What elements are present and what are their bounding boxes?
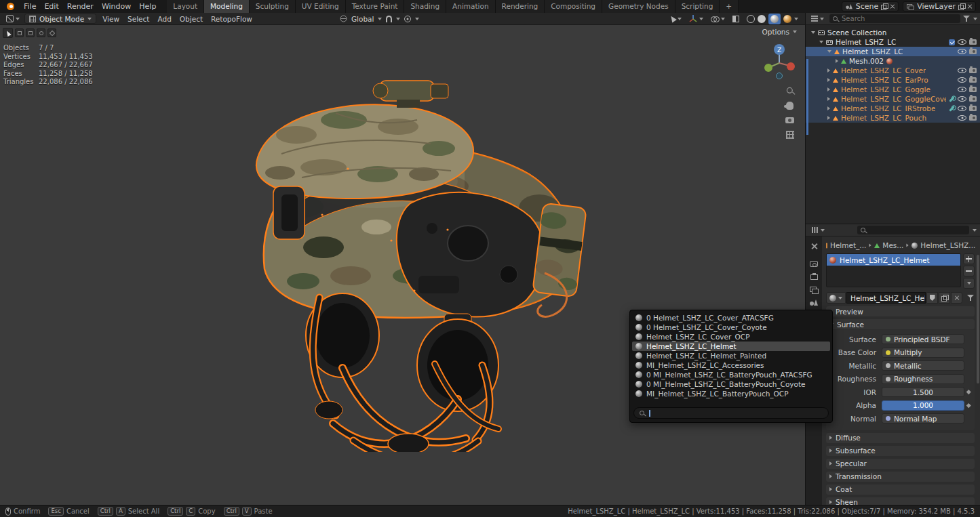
menu-item[interactable]: Render: [63, 1, 98, 12]
viewport-menu-item[interactable]: Select: [123, 14, 153, 24]
selectability-icon[interactable]: [669, 15, 677, 23]
camera-visibility-icon[interactable]: [969, 87, 977, 92]
workspace-tab[interactable]: Geometry Nodes: [602, 0, 675, 13]
eye-icon[interactable]: [958, 68, 966, 73]
fake-user-button[interactable]: [926, 292, 938, 304]
viewport-menu-item[interactable]: View: [98, 14, 123, 24]
workspace-tab[interactable]: Layout: [167, 0, 204, 13]
orientation-label[interactable]: Global: [351, 15, 374, 23]
tab-output[interactable]: [806, 270, 822, 283]
outliner-row-scene-collection[interactable]: Scene Collection: [806, 28, 980, 37]
shading-wireframe-icon[interactable]: [747, 15, 755, 23]
collection-checkbox[interactable]: [949, 39, 955, 45]
viewport-menu-item[interactable]: RetopoFlow: [207, 14, 256, 24]
breadcrumb-object[interactable]: Helmet_...: [830, 241, 866, 249]
expand-icon[interactable]: [827, 50, 831, 53]
gizmo-y-axis[interactable]: [764, 64, 772, 72]
proportional-edit-icon[interactable]: [404, 16, 411, 22]
workspace-tab[interactable]: Modeling: [204, 0, 250, 13]
normal-select[interactable]: Normal Map: [882, 413, 964, 423]
workspace-tab[interactable]: Shading: [404, 0, 446, 13]
blender-logo-icon[interactable]: [4, 2, 16, 11]
pan-hand-icon[interactable]: [786, 102, 793, 110]
outliner-row-active-object[interactable]: Helmet_LSHZ_LC: [806, 47, 980, 56]
tab-view-layer[interactable]: [806, 283, 822, 296]
keyframe-diamond-icon[interactable]: [964, 390, 973, 394]
material-option[interactable]: Helmet_LSHZ_LC_Cover_OCP: [632, 332, 830, 342]
camera-visibility-icon[interactable]: [969, 39, 977, 45]
expand-icon[interactable]: [827, 106, 830, 110]
camera-visibility-icon[interactable]: [969, 77, 977, 83]
delete-scene-icon[interactable]: [890, 4, 895, 9]
breadcrumb-mesh[interactable]: Mes...: [882, 241, 903, 249]
filter-icon[interactable]: [967, 294, 975, 302]
modifier-wrench-icon[interactable]: [949, 96, 954, 102]
eye-icon[interactable]: [958, 87, 966, 92]
keyframe-diamond-icon[interactable]: [964, 404, 973, 407]
expand-icon[interactable]: [827, 78, 830, 82]
unlink-material-button[interactable]: [951, 292, 962, 304]
camera-visibility-icon[interactable]: [969, 96, 977, 102]
collapsed-panel[interactable]: Diffuse: [826, 433, 975, 443]
material-option[interactable]: MI_Helmet_LSHZ_LC_BatteryPouch_OCP: [632, 389, 830, 398]
outliner-search[interactable]: [829, 14, 960, 23]
menu-item[interactable]: Help: [135, 1, 160, 12]
material-option[interactable]: Helmet_LSHZ_LC_Helmet_Painted: [632, 351, 830, 360]
add-slot-button[interactable]: [963, 253, 975, 264]
copy-material-button[interactable]: [939, 292, 950, 304]
tool-option-button[interactable]: [26, 28, 35, 37]
material-option[interactable]: 0 MI_Helmet_LSHZ_LC_BatteryPouch_ATACSFG: [632, 370, 830, 379]
menu-item[interactable]: File: [20, 1, 40, 12]
collapsed-panel[interactable]: Subsurface: [826, 446, 975, 456]
viewlayer-selector[interactable]: ViewLayer: [903, 1, 976, 12]
material-option[interactable]: MI_Helmet_LSHZ_LC_Accessories: [632, 360, 830, 370]
remove-viewlayer-icon[interactable]: [967, 4, 973, 9]
editor-type-button[interactable]: [809, 226, 827, 234]
tab-render[interactable]: [806, 257, 822, 270]
mode-select[interactable]: Object Mode: [24, 14, 96, 24]
xray-toggle-icon[interactable]: [732, 16, 739, 22]
camera-view-icon[interactable]: [785, 117, 794, 123]
workspace-tab[interactable]: Texture Paint: [346, 0, 405, 13]
expand-icon[interactable]: [827, 87, 830, 91]
scrollbar[interactable]: [977, 255, 979, 384]
filter-icon[interactable]: [963, 15, 971, 22]
workspace-tab[interactable]: Scripting: [675, 0, 720, 13]
eye-icon[interactable]: [958, 96, 966, 102]
base-color-select[interactable]: Multiply: [882, 348, 964, 358]
viewport-options-button[interactable]: Options: [762, 28, 797, 36]
camera-visibility-icon[interactable]: [969, 49, 977, 54]
workspace-tab[interactable]: Compositing: [545, 0, 602, 13]
workspace-tab[interactable]: Animation: [446, 0, 496, 13]
dropdown-search[interactable]: [633, 407, 829, 419]
surface-shader-select[interactable]: Principled BSDF: [882, 334, 964, 344]
camera-visibility-icon[interactable]: [969, 115, 977, 121]
workspace-tab[interactable]: UV Editing: [296, 0, 346, 13]
material-slot[interactable]: Helmet_LSHZ_LC_Helmet: [827, 254, 960, 266]
material-slot-list[interactable]: Helmet_LSHZ_LC_Helmet: [826, 253, 961, 287]
material-icon[interactable]: [886, 58, 893, 64]
camera-visibility-icon[interactable]: [969, 106, 977, 111]
expand-icon[interactable]: [827, 116, 830, 120]
camera-visibility-icon[interactable]: [969, 68, 977, 73]
material-option[interactable]: 0 Helmet_LSHZ_LC_Cover_ATACSFG: [632, 313, 830, 323]
panel-preview[interactable]: Preview: [826, 306, 975, 316]
outliner-row-collection[interactable]: Helmet_LSHZ_LC: [806, 37, 980, 47]
panel-surface[interactable]: Surface: [826, 319, 975, 329]
material-name-field[interactable]: Helmet_LSHZ_LC_Helmet: [846, 292, 926, 304]
shading-solid-icon[interactable]: [758, 15, 766, 23]
eye-icon[interactable]: [958, 49, 966, 54]
shading-rendered-icon[interactable]: [783, 15, 791, 23]
gizmo-minus-z-axis[interactable]: [777, 73, 783, 79]
expand-icon[interactable]: [811, 31, 815, 34]
shading-material-icon[interactable]: [770, 15, 779, 23]
outliner-row-object[interactable]: Helmet_LSHZ_LC_EarPro: [806, 75, 980, 85]
expand-icon[interactable]: [819, 41, 823, 43]
workspace-tab[interactable]: Sculpting: [250, 0, 296, 13]
tool-option-button[interactable]: [37, 28, 45, 37]
material-option[interactable]: 0 MI_Helmet_LSHZ_LC_BatteryPouch_Coyote: [632, 379, 830, 389]
properties-search[interactable]: [857, 226, 969, 234]
workspace-tab[interactable]: +: [720, 0, 739, 13]
collapsed-panel[interactable]: Specular: [826, 459, 975, 469]
menu-item[interactable]: Edit: [40, 1, 62, 12]
